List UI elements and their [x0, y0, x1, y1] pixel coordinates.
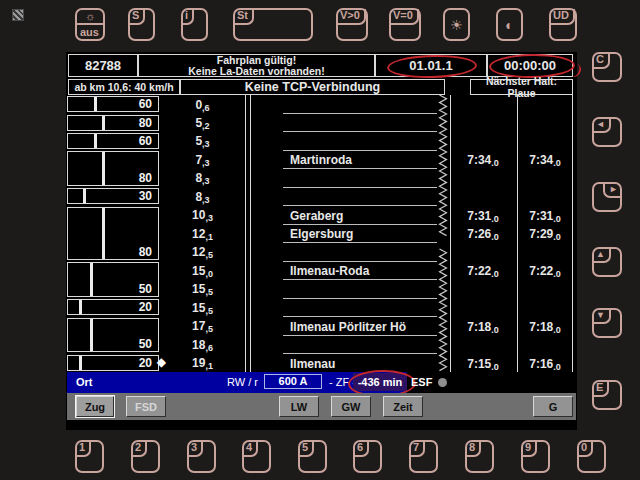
st-key[interactable]: St — [233, 8, 313, 41]
ebula-device: ☼ausSiStV>0V=0☀◐UD C◄►▲▼E 1234567890 827… — [0, 0, 640, 480]
page-left-key[interactable]: ◄ — [592, 117, 622, 147]
status-bar-blue-strip: Ort RW / r 600 A - ZF - -436 min — [67, 372, 407, 393]
digit-key-6[interactable]: 6 — [353, 440, 382, 473]
row-separator — [283, 279, 437, 280]
key-label: 8 — [466, 441, 481, 457]
key-label: 1 — [76, 441, 91, 457]
station-name: Ilmenau — [290, 357, 335, 371]
delay-value: -436 min — [353, 373, 407, 391]
toolbar-button-fsd[interactable]: FSD — [126, 396, 166, 417]
key-label: 7 — [410, 441, 425, 457]
arrival-time: 7:18.0 — [453, 320, 513, 334]
key-label: 5 — [299, 441, 314, 457]
row-separator — [283, 131, 437, 132]
row-separator — [283, 205, 437, 206]
c-key[interactable]: C — [592, 52, 622, 82]
e-key[interactable]: E — [592, 380, 622, 410]
sun-icon: ☀ — [445, 10, 468, 39]
speed-group: 20◆ — [67, 355, 159, 371]
scroll-up-key[interactable]: ▲ — [592, 247, 622, 277]
station-name: Ilmenau Pörlitzer Hö — [290, 320, 406, 334]
departure-time: 7:34.0 — [515, 153, 575, 167]
speed-profile-bar — [94, 134, 97, 148]
km-value: 5,2 — [160, 116, 245, 130]
digit-key-1[interactable]: 1 — [75, 440, 104, 473]
row-separator — [283, 168, 437, 169]
digit-key-8[interactable]: 8 — [465, 440, 494, 473]
key-label: V=0 — [390, 9, 419, 25]
key-label: 0 — [578, 441, 593, 457]
window-stripes-icon — [13, 10, 23, 20]
key-label: C — [593, 53, 610, 69]
s-key[interactable]: S — [128, 8, 155, 41]
rw-value-field[interactable]: 600 A — [264, 374, 322, 389]
digit-key-9[interactable]: 9 — [521, 440, 550, 473]
page-right-key[interactable]: ► — [592, 182, 622, 212]
toolbar-button-g[interactable]: G — [533, 396, 573, 417]
key-label: V>0 — [337, 9, 366, 25]
speed-group: 50 — [67, 318, 159, 352]
digit-key-2[interactable]: 2 — [131, 440, 160, 473]
down-arrow-icon: ▼ — [593, 309, 611, 324]
km-value: 18,6 — [160, 338, 245, 352]
key-label: 2 — [132, 441, 147, 457]
brightness-key[interactable]: ☀ — [443, 8, 470, 41]
km-value: 19,1 — [160, 356, 245, 370]
ud-key[interactable]: UD — [549, 8, 577, 41]
toolbar-button-lw[interactable]: LW — [279, 396, 319, 417]
km-value: 15,0 — [160, 264, 245, 278]
key-label: 9 — [522, 441, 537, 457]
digit-key-7[interactable]: 7 — [409, 440, 438, 473]
row-separator — [283, 353, 437, 354]
digit-key-4[interactable]: 4 — [242, 440, 271, 473]
contrast-icon: ◐ — [498, 10, 521, 39]
key-label: i — [182, 9, 194, 25]
toolbar: ZugFSDLWGWZeitG — [67, 393, 576, 420]
sun-small-icon: ☼ — [77, 10, 103, 25]
km-value: 0,6 — [160, 98, 245, 112]
speed-group: 50 — [67, 262, 159, 296]
arrival-time: 7:26.0 — [453, 227, 513, 241]
digit-key-3[interactable]: 3 — [187, 440, 216, 473]
departure-time: 7:31.0 — [515, 209, 575, 223]
km-value: 10,3 — [160, 208, 245, 222]
speed-group: 80 — [67, 151, 159, 185]
v-equals-0-key[interactable]: V=0 — [389, 8, 421, 41]
digit-key-5[interactable]: 5 — [298, 440, 327, 473]
bottom-strip — [66, 420, 577, 430]
toolbar-button-zug[interactable]: Zug — [76, 396, 114, 417]
toolbar-button-gw[interactable]: GW — [331, 396, 371, 417]
i-key[interactable]: i — [181, 8, 208, 41]
speed-profile-bar — [79, 356, 82, 370]
speed-value: 60 — [139, 134, 152, 148]
speed-group: 80 — [67, 115, 159, 131]
row-separator — [283, 242, 437, 243]
speed-value: 30 — [139, 189, 152, 203]
arrival-time: 7:15.0 — [453, 357, 513, 371]
esf-label: ESF — [411, 376, 432, 388]
key-label: S — [129, 9, 145, 25]
speed-profile-bar — [102, 152, 105, 184]
speed-profile-bar — [102, 116, 105, 130]
rw-label: RW / r — [227, 376, 258, 388]
key-label: 6 — [354, 441, 369, 457]
departure-time: 7:18.0 — [515, 320, 575, 334]
speed-value: 80 — [139, 245, 152, 259]
speed-value: 20 — [139, 356, 152, 370]
v-greater-0-key[interactable]: V>0 — [336, 8, 368, 41]
row-separator — [283, 316, 437, 317]
contrast-key[interactable]: ◐ — [496, 8, 523, 41]
digit-key-0[interactable]: 0 — [577, 440, 606, 473]
scroll-down-key[interactable]: ▼ — [592, 308, 622, 338]
speed-value: 20 — [139, 300, 152, 314]
left-arrow-icon: ◄ — [593, 118, 611, 133]
km-value: 15,5 — [160, 301, 245, 315]
departure-time: 7:22.0 — [515, 264, 575, 278]
up-arrow-icon: ▲ — [593, 248, 611, 263]
speed-profile-bar — [90, 319, 93, 351]
km-value: 7,3 — [160, 153, 245, 167]
toolbar-button-zeit[interactable]: Zeit — [383, 396, 423, 417]
rw-value: 600 A — [279, 375, 308, 387]
column-divider — [250, 95, 251, 372]
aus-key[interactable]: ☼aus — [75, 8, 105, 41]
